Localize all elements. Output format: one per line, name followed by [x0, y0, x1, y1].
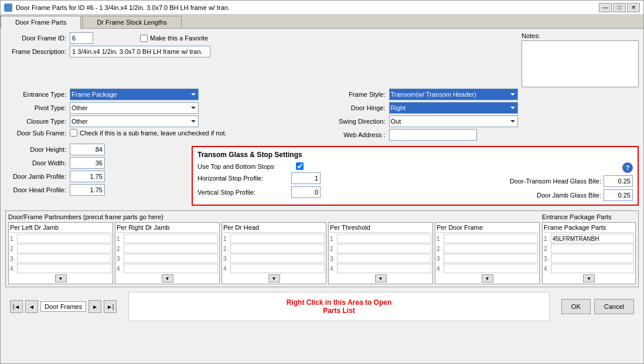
maximize-button[interactable]: □: [613, 3, 626, 12]
table-row: 2: [117, 244, 218, 253]
door-frame-dropdown[interactable]: ▼: [482, 274, 493, 283]
frame-style-select[interactable]: Transom(w/ Transom Header): [389, 89, 518, 100]
door-head-profile-row: Door Head Profile:: [5, 184, 187, 196]
dr-head-input-3[interactable]: [230, 254, 325, 263]
right-click-area[interactable]: Right Click in this Area to Open Parts L…: [128, 292, 550, 321]
per-dr-head-header: Per Dr Head: [223, 224, 325, 233]
prev-button[interactable]: ◄: [25, 300, 38, 313]
door-frame-input-2[interactable]: [444, 244, 538, 253]
door-frame-input-3[interactable]: [444, 254, 538, 263]
jamb-glass-bite-input[interactable]: [604, 189, 633, 201]
dr-head-input-2[interactable]: [230, 244, 325, 253]
first-button[interactable]: |◄: [10, 300, 23, 313]
door-frame-input-4[interactable]: [444, 264, 538, 273]
door-height-input[interactable]: [70, 144, 105, 155]
use-stops-row: Use Top and Bottom Stops: [197, 162, 411, 170]
notes-textarea[interactable]: [522, 40, 639, 87]
cancel-button[interactable]: Cancel: [594, 299, 634, 314]
left-jamb-input-1[interactable]: [17, 234, 111, 243]
dimensions-col: Door Height: Door Width: Door Jamb Profi…: [5, 144, 187, 208]
close-button[interactable]: ✕: [627, 3, 640, 12]
threshold-dropdown[interactable]: ▼: [375, 274, 387, 283]
closure-type-select[interactable]: Other: [70, 115, 199, 127]
table-row: 3: [10, 254, 111, 263]
jamb-glass-bite-row: Door Jamb Glass Bite:: [420, 189, 633, 201]
door-frame-id-row: Door Frame ID: Make this a Favorite: [5, 32, 517, 44]
frame-description-input[interactable]: [70, 46, 210, 57]
pivot-type-select[interactable]: Other: [70, 102, 199, 114]
nav-label: Door Frames: [40, 301, 86, 312]
vert-stop-input[interactable]: [291, 186, 321, 198]
frame-pkg-input-4[interactable]: [551, 264, 634, 273]
door-hinge-row: Door Hinge: Right: [325, 102, 639, 114]
left-jamb-input-2[interactable]: [17, 244, 111, 253]
table-row: 1: [330, 234, 431, 243]
door-height-row: Door Height:: [5, 144, 187, 155]
help-icon[interactable]: ?: [622, 162, 633, 173]
horiz-stop-row: Horizontal Stop Profile:: [197, 172, 411, 184]
tab-door-frame-parts[interactable]: Door Frame Parts: [1, 16, 81, 29]
parts-section: Door/Frame Partnumbers (precut frame par…: [5, 210, 639, 287]
make-favorite-checkbox[interactable]: [140, 35, 148, 42]
use-stops-label: Use Top and Bottom Stops: [197, 163, 291, 170]
door-sub-frame-checkbox[interactable]: [70, 129, 77, 137]
per-left-jamb-header: Per Left Dr Jamb: [10, 224, 111, 233]
threshold-input-1[interactable]: [337, 234, 431, 243]
use-stops-checkbox[interactable]: [296, 162, 304, 170]
window-controls: — □ ✕: [599, 3, 640, 12]
left-jamb-input-3[interactable]: [17, 254, 111, 263]
window-title: Door Frame Parts for ID #6 - 1 3/4in.x4 …: [16, 4, 230, 11]
tab-dr-frame-stock[interactable]: Dr Frame Stock Lengths: [82, 16, 181, 28]
frame-pkg-dropdown[interactable]: ▼: [583, 274, 595, 283]
navigation-section: |◄ ◄ Door Frames ► ►|: [10, 300, 117, 313]
threshold-input-4[interactable]: [337, 264, 431, 273]
door-height-label: Door Height:: [5, 146, 70, 153]
door-width-label: Door Width:: [5, 159, 70, 166]
door-head-profile-label: Door Head Profile:: [5, 186, 70, 193]
right-jamb-input-4[interactable]: [124, 264, 218, 273]
dr-head-input-4[interactable]: [230, 264, 325, 273]
left-jamb-input-4[interactable]: [17, 264, 111, 273]
main-content: Door Frame ID: Make this a Favorite Fram…: [1, 29, 643, 363]
entrance-type-row: Entrance Type: Frame Package: [5, 89, 320, 100]
table-row: 2: [223, 244, 325, 253]
form-right-col: Frame Style: Transom(w/ Transom Header) …: [325, 89, 639, 142]
frame-description-row: Frame Description:: [5, 46, 517, 57]
door-hinge-select[interactable]: Right: [389, 102, 518, 114]
vert-stop-label: Vertical Stop Profile:: [197, 189, 291, 196]
frame-pkg-input-2[interactable]: [551, 244, 634, 253]
frame-pkg-input-3[interactable]: [551, 254, 634, 263]
door-frame-id-input[interactable]: [70, 32, 93, 44]
transom-box: Transom Glass & Stop Settings Use Top an…: [192, 146, 639, 206]
main-window: Door Frame Parts for ID #6 - 1 3/4in.x4 …: [0, 0, 644, 364]
door-frame-input-1[interactable]: [444, 234, 538, 243]
dr-head-dropdown[interactable]: ▼: [268, 274, 280, 283]
web-address-input[interactable]: [389, 129, 477, 141]
next-button[interactable]: ►: [88, 300, 101, 313]
entrance-type-select[interactable]: Frame Package: [70, 89, 199, 100]
head-glass-bite-label: Door-Transom Head Glass Bite:: [420, 178, 602, 185]
right-jamb-input-1[interactable]: [124, 234, 218, 243]
frame-pkg-input-1[interactable]: [551, 234, 634, 243]
door-jamb-profile-input[interactable]: [70, 171, 105, 182]
dr-head-input-1[interactable]: [230, 234, 325, 243]
horiz-stop-input[interactable]: [291, 172, 321, 184]
make-favorite-label: Make this a Favorite: [150, 35, 208, 42]
door-frame-id-label: Door Frame ID:: [5, 35, 70, 42]
last-button[interactable]: ►|: [104, 300, 117, 313]
web-address-row: Web Address :: [325, 129, 639, 141]
right-jamb-input-3[interactable]: [124, 254, 218, 263]
swing-direction-select[interactable]: Out: [389, 115, 518, 127]
threshold-input-2[interactable]: [337, 244, 431, 253]
left-jamb-dropdown[interactable]: ▼: [55, 274, 67, 283]
swing-direction-row: Swing Direction: Out: [325, 115, 639, 127]
right-jamb-input-2[interactable]: [124, 244, 218, 253]
head-glass-bite-input[interactable]: [604, 175, 633, 187]
door-width-input[interactable]: [70, 157, 105, 169]
minimize-button[interactable]: —: [599, 3, 612, 12]
ok-button[interactable]: OK: [561, 299, 591, 314]
transom-title: Transom Glass & Stop Settings: [197, 151, 633, 159]
door-head-profile-input[interactable]: [70, 184, 105, 196]
threshold-input-3[interactable]: [337, 254, 431, 263]
right-jamb-dropdown[interactable]: ▼: [162, 274, 173, 283]
